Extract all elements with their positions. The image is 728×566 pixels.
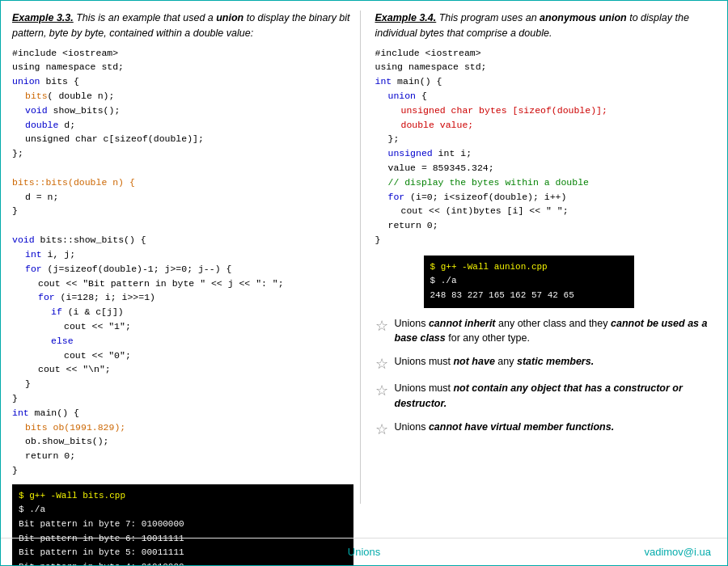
code-line: return 0; — [375, 218, 717, 233]
note-text-3: Unions must not contain any object that … — [395, 381, 717, 412]
code-line: unsigned char c[sizeof(double)]; — [12, 132, 353, 146]
code-line: using namespace std; — [12, 60, 353, 74]
code-line: unsigned char bytes [sizeof(double)]; — [375, 103, 717, 118]
code-line: void show_bits(); — [12, 103, 353, 118]
note-text-1: Unions cannot inherit any other class an… — [395, 316, 717, 347]
code-line: for (i=128; i; i>>=1) — [12, 290, 353, 305]
star-icon-2: ☆ — [375, 355, 388, 373]
code-line: else — [12, 334, 353, 348]
code-line: cout << (int)bytes [i] << " "; — [375, 204, 717, 218]
code-line: int main() { — [12, 406, 353, 420]
note-text-2: Unions must not have any static members. — [395, 354, 595, 370]
code-line: } — [12, 377, 353, 391]
footer: Unions vadimov@i.ua — [1, 538, 727, 565]
code-line: union bits { — [12, 74, 353, 89]
code-line: for (i=0; i<sizeof(double); i++) — [375, 190, 717, 205]
right-title-label: Example 3.4. — [375, 12, 437, 23]
code-line: } — [12, 391, 353, 406]
code-line: }; — [12, 146, 353, 161]
code-line: bits( double n); — [12, 89, 353, 103]
code-line: } — [12, 204, 353, 218]
code-line: cout << "0"; — [12, 348, 353, 363]
code-line: int i, j; — [12, 247, 353, 262]
code-line: cout << "1"; — [12, 319, 353, 334]
code-line: if (i & c[j]) — [12, 305, 353, 319]
terminal-line: $ g++ -Wall bits.cpp — [19, 489, 347, 504]
terminal-line: Bit pattern in byte 7: 01000000 — [19, 517, 347, 532]
code-line: } — [12, 463, 353, 478]
footer-right-label: vadimov@i.ua — [644, 546, 711, 558]
terminal-line: $ g++ -Wall aunion.cpp — [430, 260, 628, 275]
terminal-line: 248 83 227 165 162 57 42 65 — [430, 289, 628, 303]
note-item-1: ☆ Unions cannot inherit any other class … — [375, 316, 717, 347]
code-line: #include <iostream> — [375, 46, 717, 61]
code-line: bits::bits(double n) { — [12, 175, 353, 190]
right-terminal: $ g++ -Wall aunion.cpp $ ./a 248 83 227 … — [424, 256, 634, 308]
code-line: }; — [375, 132, 717, 146]
code-line: void bits::show_bits() { — [12, 233, 353, 247]
code-line: double d; — [12, 118, 353, 133]
note-item-3: ☆ Unions must not contain any object tha… — [375, 381, 717, 412]
code-line: value = 859345.324; — [375, 161, 717, 175]
code-line: using namespace std; — [375, 60, 717, 74]
right-example-title: Example 3.4. This program uses an anonym… — [375, 11, 717, 41]
left-column: Example 3.3. This is an example that use… — [12, 11, 361, 504]
notes-section: ☆ Unions cannot inherit any other class … — [375, 316, 717, 438]
code-line: int main() { — [375, 74, 717, 89]
star-icon-1: ☆ — [375, 317, 388, 335]
code-line: unsigned int i; — [375, 146, 717, 161]
left-code-block: #include <iostream> using namespace std;… — [12, 46, 353, 478]
code-line: // display the bytes within a double — [375, 175, 717, 190]
code-line: ob.show_bits(); — [12, 434, 353, 449]
note-item-4: ☆ Unions cannot have virtual member func… — [375, 420, 717, 438]
right-code-block: #include <iostream> using namespace std;… — [375, 46, 717, 247]
code-line — [12, 161, 353, 175]
left-title-label: Example 3.3. — [12, 12, 74, 23]
left-example-title: Example 3.3. This is an example that use… — [12, 11, 353, 41]
code-line: for (j=sizeof(double)-1; j>=0; j--) { — [12, 262, 353, 277]
code-line: bits ob(1991.829); — [12, 420, 353, 435]
star-icon-3: ☆ — [375, 382, 388, 399]
code-line: cout << "Bit pattern in byte " << j << "… — [12, 277, 353, 291]
code-line: double value; — [375, 118, 717, 133]
code-line: } — [375, 233, 717, 247]
note-text-4: Unions cannot have virtual member functi… — [395, 420, 615, 435]
terminal-line: $ ./a — [19, 503, 347, 517]
right-column: Example 3.4. This program uses an anonym… — [369, 11, 717, 504]
code-line: return 0; — [12, 449, 353, 463]
note-item-2: ☆ Unions must not have any static member… — [375, 354, 717, 373]
code-line: d = n; — [12, 190, 353, 205]
code-line: union { — [375, 89, 717, 103]
terminal-line: $ ./a — [430, 274, 628, 289]
star-icon-4: ☆ — [375, 420, 388, 438]
footer-center-label: Unions — [348, 546, 380, 558]
code-line: #include <iostream> — [12, 46, 353, 61]
code-line: cout << "\n"; — [12, 362, 353, 377]
code-line — [12, 218, 353, 233]
